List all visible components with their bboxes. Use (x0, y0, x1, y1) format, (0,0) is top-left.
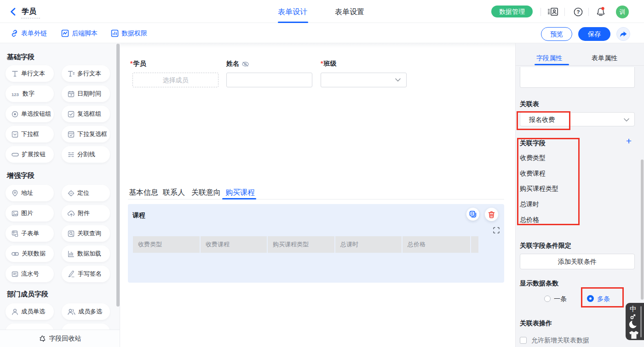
svg-text:?: ? (576, 9, 580, 15)
svg-text:123: 123 (12, 91, 19, 97)
